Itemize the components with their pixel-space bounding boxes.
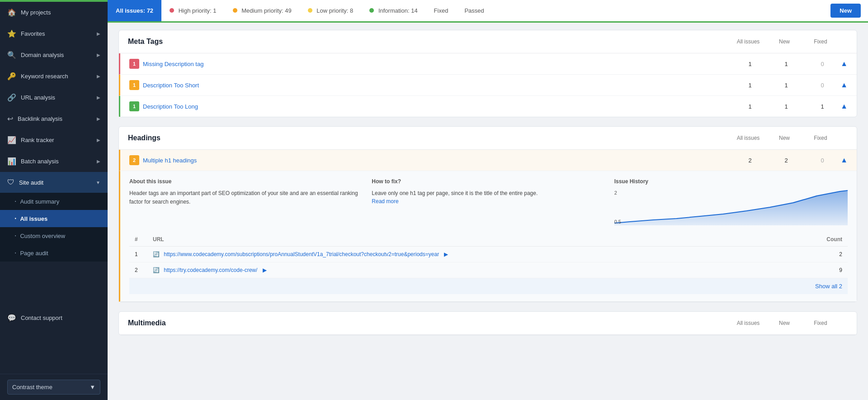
fixed-val: 0 bbox=[804, 82, 840, 89]
issue-history-col: Issue History 2 0.5 bbox=[614, 178, 848, 225]
all-issues-val: 1 bbox=[732, 61, 768, 67]
meta-tags-col-headers: All issues New Fixed bbox=[730, 38, 848, 45]
filter-low-priority[interactable]: Low priority: 8 bbox=[300, 0, 362, 21]
multimedia-title: Multimedia bbox=[128, 319, 166, 327]
new-val: 1 bbox=[768, 103, 804, 110]
show-all-row[interactable]: Show all 2 bbox=[129, 278, 848, 295]
row-url-2: 🔄 https://try.codecademy.com/code-crew/ … bbox=[147, 262, 792, 278]
filter-all-issues[interactable]: All issues: 72 bbox=[108, 0, 161, 21]
sidebar-item-domain-analysis[interactable]: 🔍 Domain analysis ▶ bbox=[0, 44, 108, 66]
sidebar-item-contact-support[interactable]: 💬 Contact support bbox=[0, 307, 108, 329]
issue-link-missing-desc[interactable]: Missing Description tag bbox=[143, 61, 732, 67]
filter-passed[interactable]: Passed bbox=[456, 0, 492, 21]
col-hash: # bbox=[129, 233, 147, 247]
backlink-icon: ↩ bbox=[7, 114, 13, 123]
high-priority-dot bbox=[170, 8, 174, 13]
about-title: About this issue bbox=[129, 178, 363, 185]
sidebar-label-url-analysis: URL analysis bbox=[21, 94, 55, 101]
filter-fixed[interactable]: Fixed bbox=[426, 0, 457, 21]
read-more-link[interactable]: Read more bbox=[372, 198, 398, 205]
sidebar-item-backlink-analysis[interactable]: ↩ Backlink analysis ▶ bbox=[0, 108, 108, 129]
filter-medium-priority[interactable]: Medium priority: 49 bbox=[225, 0, 300, 21]
info-dot bbox=[369, 8, 374, 13]
refresh-icon: 🔄 bbox=[153, 251, 160, 257]
sidebar-item-keyword-research[interactable]: 🔑 Keyword research ▶ bbox=[0, 66, 108, 87]
issue-row-missing-desc[interactable]: 1 Missing Description tag 1 1 0 ▲ bbox=[119, 53, 857, 75]
issue-link-desc-too-short[interactable]: Description Too Short bbox=[143, 82, 732, 89]
chevron-up-icon[interactable]: ▲ bbox=[840, 81, 848, 89]
sidebar-item-favorites[interactable]: ⭐ Favorites ▶ bbox=[0, 23, 108, 44]
new-val: 2 bbox=[768, 157, 804, 164]
star-icon: ⭐ bbox=[7, 29, 16, 38]
filter-low-priority-label: Low priority: 8 bbox=[316, 7, 353, 14]
filter-medium-priority-label: Medium priority: 49 bbox=[241, 7, 292, 14]
chevron-right-icon: ▶ bbox=[97, 159, 100, 164]
sidebar-item-my-projects[interactable]: 🏠 My projects bbox=[0, 2, 108, 23]
sidebar-item-site-audit[interactable]: 🛡 Site audit ▼ bbox=[0, 172, 108, 193]
key-icon: 🔑 bbox=[7, 72, 16, 81]
col-new: New bbox=[766, 320, 802, 326]
arrow-right-icon[interactable]: ▶ bbox=[263, 267, 267, 273]
how-to-fix-title: How to fix? bbox=[372, 178, 605, 185]
fixed-val: 0 bbox=[804, 157, 840, 164]
show-all-cell[interactable]: Show all 2 bbox=[129, 278, 848, 295]
filter-high-priority[interactable]: High priority: 1 bbox=[161, 0, 224, 21]
filter-information[interactable]: Information: 14 bbox=[361, 0, 425, 21]
chevron-up-icon[interactable]: ▲ bbox=[840, 156, 848, 164]
issue-link-desc-too-long[interactable]: Description Too Long bbox=[143, 103, 732, 110]
chevron-right-icon: ▶ bbox=[97, 116, 100, 121]
sidebar-label-batch-analysis: Batch analysis bbox=[21, 158, 59, 165]
history-chart-svg bbox=[614, 189, 848, 225]
row-url-1: 🔄 https://www.codecademy.com/subscriptio… bbox=[147, 247, 792, 262]
sidebar-item-custom-overview[interactable]: Custom overview bbox=[0, 227, 108, 244]
fixed-val: 0 bbox=[804, 61, 840, 67]
chevron-up-icon[interactable]: ▲ bbox=[840, 60, 848, 68]
how-to-fix-text: Leave only one h1 tag per page, since it… bbox=[372, 189, 605, 198]
sidebar-item-url-analysis[interactable]: 🔗 URL analysis ▶ bbox=[0, 87, 108, 108]
sidebar-item-page-audit[interactable]: Page audit bbox=[0, 244, 108, 262]
headings-title: Headings bbox=[128, 134, 160, 142]
row-count-1: 2 bbox=[792, 247, 848, 262]
row-num-2: 2 bbox=[129, 262, 147, 278]
row-num-1: 1 bbox=[129, 247, 147, 262]
url-link-1[interactable]: https://www.codecademy.com/subscriptions… bbox=[164, 251, 439, 257]
chevron-up-icon[interactable]: ▲ bbox=[840, 102, 848, 110]
sidebar-item-rank-tracker[interactable]: 📈 Rank tracker ▶ bbox=[0, 129, 108, 151]
arrow-right-icon[interactable]: ▶ bbox=[444, 251, 448, 257]
custom-overview-label: Custom overview bbox=[20, 233, 65, 239]
col-all-issues: All issues bbox=[730, 135, 766, 141]
contact-support-label: Contact support bbox=[21, 314, 62, 321]
page-audit-label: Page audit bbox=[20, 250, 48, 257]
url-link-2[interactable]: https://try.codecademy.com/code-crew/ bbox=[164, 267, 257, 273]
sidebar-item-batch-analysis[interactable]: 📊 Batch analysis ▶ bbox=[0, 151, 108, 172]
new-val: 1 bbox=[768, 61, 804, 67]
low-priority-dot bbox=[308, 8, 312, 13]
multimedia-header: Multimedia All issues New Fixed bbox=[119, 312, 857, 335]
chart-label-top: 2 bbox=[614, 190, 617, 195]
issue-row-multiple-h1[interactable]: 2 Multiple h1 headings 2 2 0 ▲ bbox=[119, 150, 857, 171]
issue-row-desc-too-long[interactable]: 1 Description Too Long 1 1 1 ▲ bbox=[119, 96, 857, 117]
headings-col-headers: All issues New Fixed bbox=[730, 135, 848, 141]
audit-summary-label: Audit summary bbox=[20, 198, 59, 205]
issue-link-multiple-h1[interactable]: Multiple h1 headings bbox=[143, 157, 732, 164]
multimedia-col-headers: All issues New Fixed bbox=[730, 320, 848, 326]
col-all-issues: All issues bbox=[730, 38, 766, 45]
chart-label-bottom: 0.5 bbox=[614, 219, 621, 224]
batch-icon: 📊 bbox=[7, 157, 16, 166]
contrast-theme-select[interactable]: Contrast theme ▼ bbox=[7, 380, 100, 395]
sidebar-item-audit-summary[interactable]: Audit summary bbox=[0, 193, 108, 210]
sidebar: 🏠 My projects ⭐ Favorites ▶ 🔍 Domain ana… bbox=[0, 0, 108, 400]
link-icon: 🔗 bbox=[7, 93, 16, 102]
all-issues-label: All issues bbox=[20, 215, 47, 222]
all-issues-val: 1 bbox=[732, 103, 768, 110]
sidebar-label-domain-analysis: Domain analysis bbox=[21, 52, 64, 58]
sidebar-item-all-issues[interactable]: All issues bbox=[0, 210, 108, 227]
home-icon: 🏠 bbox=[7, 8, 16, 17]
col-new: New bbox=[766, 135, 802, 141]
filter-bar: All issues: 72 High priority: 1 Medium p… bbox=[108, 0, 868, 23]
multimedia-section: Multimedia All issues New Fixed bbox=[118, 311, 857, 335]
chevron-right-icon: ▶ bbox=[97, 95, 100, 100]
new-button[interactable]: New bbox=[830, 4, 861, 18]
issue-row-desc-too-short[interactable]: 1 Description Too Short 1 1 0 ▲ bbox=[119, 75, 857, 96]
col-new: New bbox=[766, 38, 802, 45]
